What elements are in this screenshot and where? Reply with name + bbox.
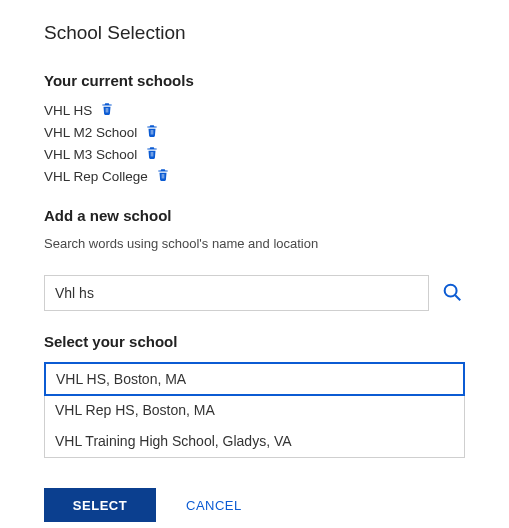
search-input[interactable] xyxy=(44,275,429,311)
page-title: School Selection xyxy=(44,22,465,44)
result-item[interactable]: VHL Rep HS, Boston, MA xyxy=(45,395,464,426)
search-icon xyxy=(441,281,463,306)
delete-school-button[interactable] xyxy=(145,145,159,163)
select-button[interactable]: SELECT xyxy=(44,488,156,522)
school-row: VHL M3 School xyxy=(44,145,465,163)
button-row: SELECT CANCEL xyxy=(44,488,465,522)
select-school-heading: Select your school xyxy=(44,333,465,350)
add-school-helper: Search words using school's name and loc… xyxy=(44,236,465,251)
search-row xyxy=(44,275,465,311)
school-name: VHL M2 School xyxy=(44,125,137,140)
current-schools-heading: Your current schools xyxy=(44,72,465,89)
delete-school-button[interactable] xyxy=(145,123,159,141)
current-schools-section: Your current schools VHL HS VHL M2 Schoo… xyxy=(44,72,465,185)
school-row: VHL M2 School xyxy=(44,123,465,141)
select-school-section: Select your school VHL HS, Boston, MA VH… xyxy=(44,333,465,458)
trash-icon xyxy=(145,123,159,141)
svg-line-1 xyxy=(455,295,460,300)
add-school-section: Add a new school Search words using scho… xyxy=(44,207,465,311)
delete-school-button[interactable] xyxy=(100,101,114,119)
add-school-heading: Add a new school xyxy=(44,207,465,224)
cancel-button[interactable]: CANCEL xyxy=(186,498,242,513)
trash-icon xyxy=(156,167,170,185)
school-name: VHL M3 School xyxy=(44,147,137,162)
school-row: VHL HS xyxy=(44,101,465,119)
results-list: VHL HS, Boston, MA VHL Rep HS, Boston, M… xyxy=(44,362,465,458)
search-button[interactable] xyxy=(439,279,465,308)
result-item[interactable]: VHL Training High School, Gladys, VA xyxy=(45,426,464,457)
result-item[interactable]: VHL HS, Boston, MA xyxy=(44,362,465,396)
school-name: VHL HS xyxy=(44,103,92,118)
trash-icon xyxy=(145,145,159,163)
school-name: VHL Rep College xyxy=(44,169,148,184)
school-row: VHL Rep College xyxy=(44,167,465,185)
trash-icon xyxy=(100,101,114,119)
delete-school-button[interactable] xyxy=(156,167,170,185)
svg-point-0 xyxy=(445,284,457,296)
